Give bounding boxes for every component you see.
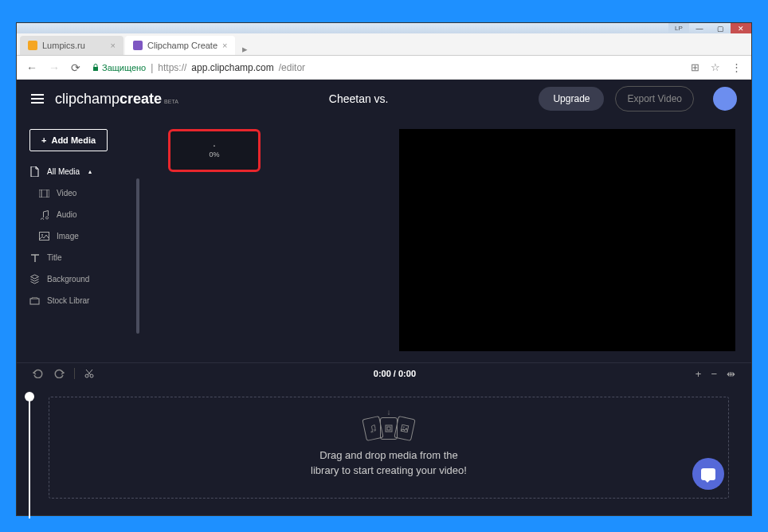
zoom-in-button[interactable]: + (696, 368, 702, 380)
media-panel: · 0% (168, 129, 375, 351)
secure-indicator: Защищено (92, 63, 146, 72)
window-minimize-button[interactable]: — (689, 23, 710, 33)
layers-icon (29, 274, 40, 284)
sidebar-item-image[interactable]: Image (25, 225, 136, 247)
favicon-icon (133, 41, 143, 50)
plus-icon: + (41, 135, 46, 145)
timeline-playhead[interactable] (29, 395, 30, 518)
sidebar-item-all-media[interactable]: All Media ▴ (25, 161, 136, 182)
sidebar-item-label: Background (47, 275, 89, 284)
titlebar-lp-badge: LP (668, 23, 689, 33)
image-icon (400, 424, 409, 433)
add-media-button[interactable]: + Add Media (29, 129, 108, 151)
upgrade-button[interactable]: Upgrade (539, 87, 604, 111)
video-icon (39, 188, 49, 198)
sidebar-item-video[interactable]: Video (25, 182, 136, 204)
redo-button[interactable] (53, 369, 65, 378)
upload-spinner-icon: · (213, 143, 216, 147)
app-logo: clipchampcreateBETA (55, 91, 178, 108)
window-titlebar: LP — ▢ ✕ (17, 23, 751, 33)
export-video-button[interactable]: Export Video (615, 86, 694, 111)
undo-button[interactable] (33, 369, 44, 378)
svg-point-12 (403, 426, 405, 428)
url-prefix: https:// (158, 62, 186, 73)
upload-percent: 0% (209, 151, 219, 158)
svg-rect-9 (386, 425, 392, 432)
url-path: /editor (279, 62, 305, 73)
chat-support-button[interactable] (692, 458, 724, 490)
browser-tabs: Lumpics.ru × Clipchamp Create × ▸ (17, 33, 751, 56)
chevron-up-icon: ▴ (88, 168, 92, 175)
sidebar: + Add Media All Media ▴ Video Audio (17, 118, 144, 362)
tab-close-icon[interactable]: × (222, 41, 227, 50)
address-input[interactable]: Защищено | https://app.clipchamp.com/edi… (92, 62, 680, 73)
browser-tab[interactable]: Clipchamp Create × (125, 36, 235, 55)
zoom-fit-button[interactable]: ⇹ (727, 368, 735, 380)
favicon-icon (28, 41, 37, 50)
tab-close-icon[interactable]: × (111, 41, 116, 50)
sidebar-item-background[interactable]: Background (25, 268, 136, 290)
sidebar-item-label: Stock Librar (47, 296, 89, 305)
window-maximize-button[interactable]: ▢ (710, 23, 731, 33)
new-tab-button[interactable]: ▸ (237, 43, 253, 55)
dropzone-icon: ↓ (364, 417, 413, 440)
timeline-time: 0:00 / 0:00 (374, 369, 416, 378)
timeline-dropzone[interactable]: ↓ Drag and drop media from the library t… (49, 397, 729, 499)
svg-rect-0 (93, 67, 98, 71)
qr-icon[interactable]: ⊞ (691, 61, 699, 73)
audio-icon (368, 424, 378, 433)
address-bar: ← → ⟳ Защищено | https://app.clipchamp.c… (17, 56, 751, 80)
audio-icon (39, 209, 49, 220)
svg-rect-6 (30, 299, 39, 304)
nav-reload-button[interactable]: ⟳ (71, 61, 80, 74)
sidebar-item-audio[interactable]: Audio (25, 204, 136, 225)
tab-label: Clipchamp Create (147, 41, 217, 50)
dropzone-text: Drag and drop media from the library to … (311, 448, 467, 479)
sidebar-item-label: Title (47, 253, 62, 262)
sidebar-item-label: Audio (57, 210, 77, 219)
video-preview[interactable] (399, 129, 735, 351)
browser-menu-button[interactable]: ⋮ (731, 61, 742, 73)
browser-tab[interactable]: Lumpics.ru × (20, 36, 123, 55)
user-avatar[interactable] (713, 87, 737, 111)
cut-button[interactable] (84, 369, 94, 378)
text-icon (29, 252, 40, 263)
menu-button[interactable] (31, 94, 44, 104)
window-close-button[interactable]: ✕ (731, 23, 751, 33)
sidebar-scrollbar[interactable] (136, 178, 139, 334)
project-title[interactable]: Cheetan vs. (329, 92, 389, 105)
lock-icon (92, 64, 100, 72)
url-host: app.clipchamp.com (191, 62, 273, 73)
svg-rect-1 (39, 190, 49, 198)
zoom-out-button[interactable]: − (711, 368, 717, 380)
svg-point-5 (41, 234, 43, 236)
bookmark-icon[interactable]: ☆ (711, 61, 720, 73)
document-icon (29, 166, 40, 177)
sidebar-item-stock-library[interactable]: Stock Librar (25, 290, 136, 311)
sidebar-item-title[interactable]: Title (25, 247, 136, 268)
media-upload-tile[interactable]: · 0% (168, 129, 261, 172)
tab-label: Lumpics.ru (42, 41, 85, 50)
nav-forward-button[interactable]: → (49, 61, 60, 74)
nav-back-button[interactable]: ← (26, 61, 37, 74)
image-icon (39, 231, 49, 241)
sidebar-item-label: Image (57, 232, 79, 241)
sidebar-item-label: Video (57, 189, 76, 198)
svg-rect-10 (387, 427, 390, 430)
app-header: clipchampcreateBETA Cheetan vs. Upgrade … (17, 80, 751, 118)
video-icon (385, 424, 393, 432)
chat-icon (701, 468, 715, 480)
timeline: 0:00 / 0:00 + − ⇹ ↓ Drag (17, 362, 751, 515)
sidebar-item-label: All Media (47, 167, 80, 176)
library-icon (29, 295, 40, 306)
